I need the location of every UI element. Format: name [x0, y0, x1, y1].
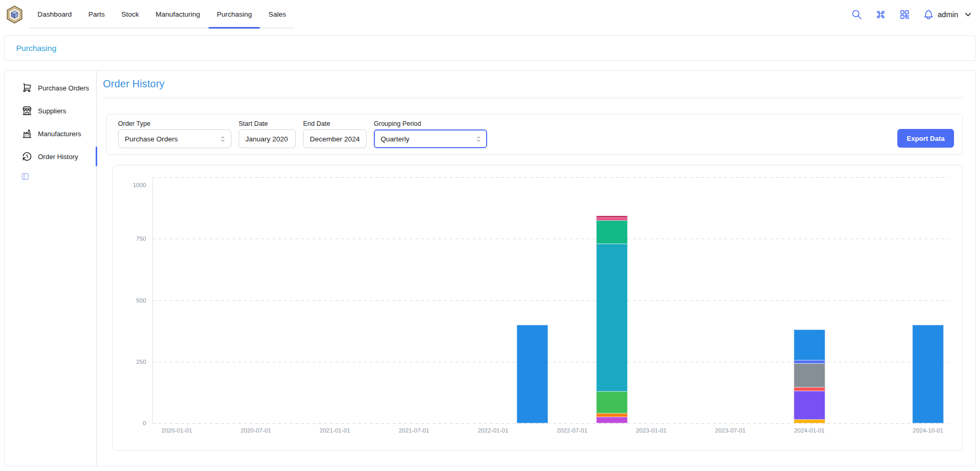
bar-segment[interactable]: [596, 244, 628, 391]
grouping-period-value: Quarterly: [381, 135, 475, 143]
gridline: [152, 239, 949, 239]
x-axis-label: 2023-07-01: [705, 427, 755, 434]
order-type-field: Order Type Purchase Orders: [118, 120, 231, 148]
main-panel: Purchase Orders Suppliers Manufacturers: [4, 70, 976, 466]
breadcrumb-purchasing[interactable]: Purchasing: [16, 44, 57, 53]
bar-segment[interactable]: [596, 391, 628, 414]
bar-segment[interactable]: [794, 387, 825, 390]
x-axis-label: 2024-01-01: [785, 427, 834, 434]
end-date-input[interactable]: [303, 129, 367, 148]
sidebar-item-manufacturers[interactable]: Manufacturers: [5, 122, 96, 145]
bar-segment[interactable]: [794, 330, 825, 360]
sidebar-item-suppliers[interactable]: Suppliers: [5, 99, 96, 122]
bar-segment[interactable]: [596, 413, 628, 417]
order-type-select[interactable]: Purchase Orders: [118, 129, 231, 148]
filter-toolbar: Order Type Purchase Orders Start Date En…: [106, 114, 963, 155]
sidebar-item-label: Suppliers: [38, 107, 66, 115]
x-axis-label: 2024-10-01: [903, 427, 953, 434]
sidebar-item-purchase-orders[interactable]: Purchase Orders: [5, 76, 96, 99]
start-date-field: Start Date: [239, 120, 296, 148]
gridline: [152, 423, 949, 424]
sidebar-item-label: Manufacturers: [38, 130, 81, 138]
username-label: admin: [938, 10, 959, 19]
y-axis-label: 250: [115, 358, 146, 366]
tab-purchasing[interactable]: Purchasing: [208, 1, 260, 28]
search-icon[interactable]: [851, 8, 863, 21]
end-date-field: End Date: [303, 120, 367, 148]
bar-segment[interactable]: [517, 325, 548, 423]
y-axis-label: 750: [115, 234, 146, 243]
grouping-period-field: Grouping Period Quarterly: [374, 120, 487, 148]
y-axis-label: 500: [115, 296, 146, 305]
sidebar-item-label: Order History: [38, 153, 78, 161]
bar-segment[interactable]: [794, 360, 825, 363]
sidebar: Purchase Orders Suppliers Manufacturers: [5, 71, 97, 466]
bar-segment[interactable]: [596, 216, 628, 218]
shopping-cart-icon: [22, 83, 32, 93]
export-data-button[interactable]: Export Data: [897, 129, 954, 148]
y-axis-label: 0: [115, 419, 146, 427]
selector-icon: [219, 135, 227, 143]
command-icon[interactable]: [874, 8, 887, 21]
tab-manufacturing[interactable]: Manufacturing: [147, 1, 208, 28]
chevron-down-icon: [963, 10, 973, 19]
sidebar-item-label: Purchase Orders: [38, 84, 89, 92]
start-date-input[interactable]: [239, 129, 296, 148]
qrcode-icon[interactable]: [898, 8, 911, 21]
x-axis-label: 2022-01-01: [468, 427, 518, 434]
chart-plot-area: 025050075010002020-01-012020-07-012021-0…: [113, 165, 962, 450]
bar-segment[interactable]: [794, 363, 825, 387]
grouping-period-select[interactable]: Quarterly: [374, 129, 487, 148]
x-axis-label: 2023-01-01: [626, 427, 676, 434]
x-axis-label: 2022-07-01: [547, 427, 597, 434]
end-date-label: End Date: [303, 120, 367, 127]
grouping-period-label: Grouping Period: [374, 120, 487, 127]
page-title: Order History: [103, 78, 963, 90]
top-navbar: Dashboard Parts Stock Manufacturing Purc…: [0, 0, 980, 29]
bar-segment[interactable]: [596, 220, 628, 244]
order-history-chart: 025050075010002020-01-012020-07-012021-0…: [112, 165, 963, 451]
app-logo-icon[interactable]: [5, 5, 24, 24]
tab-stock[interactable]: Stock: [113, 1, 148, 28]
tab-parts[interactable]: Parts: [80, 1, 113, 28]
bar-segment[interactable]: [596, 417, 628, 423]
x-axis-label: 2021-07-01: [389, 427, 439, 434]
divider: [103, 98, 963, 98]
gridline: [152, 177, 949, 178]
main-nav-tabs: Dashboard Parts Stock Manufacturing Purc…: [29, 1, 294, 29]
x-axis-label: 2020-07-01: [231, 427, 281, 434]
sidebar-collapse-icon[interactable]: [21, 172, 30, 181]
gridline: [152, 300, 949, 301]
gridline: [152, 362, 949, 362]
bell-icon[interactable]: [922, 8, 935, 21]
selector-icon: [475, 135, 482, 143]
bar-segment[interactable]: [794, 391, 825, 420]
start-date-label: Start Date: [239, 120, 296, 127]
tab-dashboard[interactable]: Dashboard: [29, 1, 80, 28]
user-menu[interactable]: admin: [938, 10, 973, 19]
bar-segment[interactable]: [794, 420, 825, 423]
order-type-label: Order Type: [118, 120, 231, 127]
breadcrumb: Purchasing: [4, 35, 976, 61]
navbar-actions: [851, 8, 935, 21]
order-type-value: Purchase Orders: [125, 135, 219, 143]
y-axis-label: 1000: [115, 181, 146, 189]
sidebar-item-order-history[interactable]: Order History: [5, 145, 96, 168]
factory-icon: [22, 128, 32, 139]
x-axis-label: 2020-01-01: [152, 427, 202, 434]
tab-sales[interactable]: Sales: [260, 1, 294, 28]
content-area: Order History Order Type Purchase Orders…: [97, 71, 975, 466]
x-axis-label: 2021-01-01: [310, 427, 360, 434]
building-store-icon: [22, 106, 32, 116]
history-icon: [22, 151, 32, 162]
bar-segment[interactable]: [596, 218, 628, 220]
bar-segment[interactable]: [912, 325, 944, 423]
